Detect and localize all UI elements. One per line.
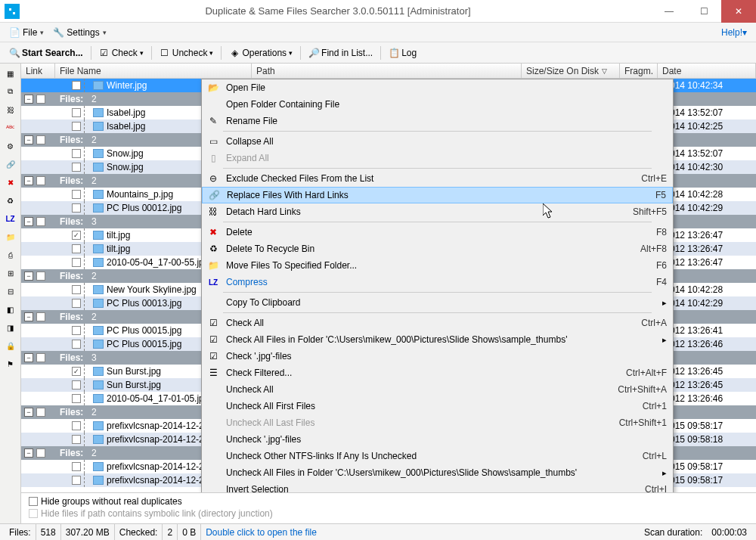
settings-menu[interactable]: 🔧Settings▾ (48, 25, 110, 40)
menu-item[interactable]: ☑Check '.jpg'-files (202, 348, 673, 365)
operations-button[interactable]: ◈Operations▾ (225, 45, 297, 61)
sb-move[interactable]: 📁 (4, 230, 17, 244)
menu-item[interactable]: Open Folder Containing File (202, 96, 673, 113)
checkbox[interactable]: ✓ (72, 367, 81, 376)
menu-item[interactable]: Uncheck All First FilesCtrl+1 (202, 398, 673, 414)
sb-tool-5[interactable]: ⚙ (4, 139, 17, 153)
menu-item[interactable]: Uncheck '.jpg'-files (202, 431, 673, 448)
sb-tool-8[interactable]: ⊞ (4, 266, 17, 280)
help-menu[interactable]: Help!▾ (717, 25, 751, 40)
log-button[interactable]: 📋Log (384, 45, 421, 61)
checkbox[interactable] (72, 122, 81, 131)
checkbox[interactable] (72, 435, 81, 444)
collapse-icon[interactable]: − (24, 95, 33, 104)
menu-item[interactable]: ☑Check All Files in Folder 'C:\Users\mik… (202, 331, 673, 348)
col-path[interactable]: Path (252, 64, 522, 78)
sb-tool-6[interactable]: 🔗 (4, 157, 17, 171)
menu-item[interactable]: ⛓Detach Hard LinksShift+F5 (202, 203, 673, 220)
menu-item[interactable]: Copy To Clipboard▸ (202, 294, 673, 311)
sb-tool-7[interactable]: ⎙ (4, 248, 17, 262)
menu-item[interactable]: LZCompressF4 (202, 274, 673, 290)
menu-item[interactable]: Uncheck All Files in Folder 'C:\Users\mi… (202, 464, 673, 481)
sb-tool-12[interactable]: ⚑ (4, 357, 17, 371)
col-date[interactable]: Date (658, 64, 756, 78)
checkbox[interactable] (36, 408, 45, 417)
collapse-icon[interactable]: − (24, 135, 33, 144)
collapse-icon[interactable]: − (24, 448, 33, 458)
checkbox[interactable] (36, 95, 45, 104)
checkbox[interactable] (36, 176, 45, 185)
sb-tool-2[interactable]: ⧉ (4, 85, 17, 98)
checkbox[interactable] (72, 340, 81, 349)
hide-groups-checkbox[interactable]: Hide groups without real duplicates (29, 496, 748, 507)
checkbox[interactable] (72, 326, 81, 335)
collapse-icon[interactable]: − (24, 408, 33, 417)
col-name[interactable]: File Name (55, 64, 252, 78)
minimize-button[interactable]: — (652, 0, 686, 23)
sb-tool-4[interactable]: ᴬᴮᶜ (4, 121, 17, 135)
menu-item[interactable]: ☰Check Filtered...Ctrl+Alt+F (202, 365, 673, 381)
maximize-button[interactable]: ☐ (686, 0, 721, 23)
menu-item[interactable]: Uncheck Other NTFS-links If Any Is Unche… (202, 448, 673, 464)
sb-tool-9[interactable]: ⊟ (4, 284, 17, 298)
checkbox[interactable] (72, 149, 81, 158)
checkbox[interactable] (72, 81, 81, 90)
menu-item[interactable]: ♻Delete To Recycle BinAlt+F8 (202, 241, 673, 257)
sb-recycle[interactable]: ♻ (4, 194, 17, 207)
checkbox[interactable] (36, 353, 45, 362)
file-name: PC Plus 00015.jpg (107, 325, 181, 336)
checkbox[interactable] (72, 190, 81, 199)
sb-compress[interactable]: LZ (4, 212, 17, 225)
col-size[interactable]: Size/Size On Disk ▽ (522, 64, 620, 78)
checkbox[interactable] (72, 244, 81, 253)
start-search-button[interactable]: 🔍Start Search... (5, 45, 88, 61)
file-list[interactable]: Winter.jpg/2014 10:42:34−Files: 2Isabel.… (21, 79, 756, 492)
sb-tool-3[interactable]: ⛓ (4, 103, 17, 116)
check-button[interactable]: ☑Check▾ (94, 45, 148, 61)
sb-tool-1[interactable]: ▦ (4, 67, 17, 80)
close-button[interactable]: ✕ (721, 0, 756, 23)
collapse-icon[interactable]: − (24, 312, 33, 321)
checkbox[interactable] (72, 285, 81, 294)
menu-item[interactable]: ▭Collapse All (202, 133, 673, 150)
checkbox[interactable] (36, 135, 45, 144)
checkbox[interactable] (72, 299, 81, 308)
col-link[interactable]: Link (21, 64, 55, 78)
menu-item[interactable]: 🔗Replace Files With Hard LinksF5 (202, 187, 673, 203)
sb-lock[interactable]: 🔒 (4, 339, 17, 352)
checkbox[interactable] (36, 217, 45, 226)
sb-tool-11[interactable]: ◨ (4, 321, 17, 334)
menu-item[interactable]: Invert SelectionCtrl+I (202, 481, 673, 492)
menu-item[interactable]: 📂Open File (202, 79, 673, 96)
checkbox[interactable] (72, 203, 81, 213)
checkbox[interactable] (72, 163, 81, 172)
collapse-icon[interactable]: − (24, 353, 33, 362)
checkbox[interactable] (36, 272, 45, 281)
menu-item[interactable]: Uncheck AllCtrl+Shift+A (202, 381, 673, 398)
file-menu[interactable]: 📄File▾ (5, 25, 48, 40)
menu-item[interactable]: ✖DeleteF8 (202, 224, 673, 241)
sb-delete[interactable]: ✖ (4, 175, 17, 189)
menu-item[interactable]: 📁Move Files To Specified Folder...F6 (202, 257, 673, 274)
submenu-arrow-icon: ▸ (662, 468, 667, 478)
checkbox[interactable] (36, 312, 45, 321)
checkbox[interactable] (72, 108, 81, 117)
uncheck-button[interactable]: ☐Uncheck▾ (155, 45, 218, 61)
checkbox[interactable] (72, 476, 81, 485)
collapse-icon[interactable]: − (24, 176, 33, 185)
checkbox[interactable] (36, 448, 45, 458)
menu-item[interactable]: ⊖Exclude Checked Files From the ListCtrl… (202, 170, 673, 187)
checkbox[interactable] (72, 394, 81, 403)
collapse-icon[interactable]: − (24, 217, 33, 226)
col-frag[interactable]: Fragm. (620, 64, 658, 78)
checkbox[interactable]: ✓ (72, 231, 81, 240)
menu-item[interactable]: ☑Check AllCtrl+A (202, 315, 673, 331)
find-in-list-button[interactable]: 🔎Find in List... (304, 45, 377, 61)
sb-tool-10[interactable]: ◧ (4, 303, 17, 316)
menu-item[interactable]: ✎Rename File (202, 113, 673, 129)
checkbox[interactable] (72, 380, 81, 389)
checkbox[interactable] (72, 462, 81, 471)
checkbox[interactable] (72, 421, 81, 430)
collapse-icon[interactable]: − (24, 272, 33, 281)
checkbox[interactable] (72, 258, 81, 267)
